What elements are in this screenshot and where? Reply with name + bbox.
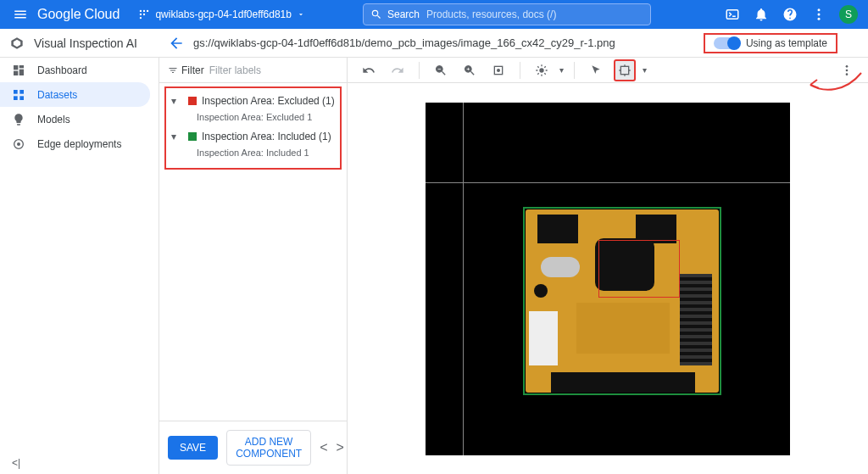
swatch-icon xyxy=(188,97,197,105)
cloud-shell-icon[interactable] xyxy=(724,6,741,23)
svg-point-3 xyxy=(140,14,142,15)
sidebar-item-dashboard[interactable]: Dashboard xyxy=(0,58,159,82)
box-tool-dropdown-icon[interactable]: ▾ xyxy=(643,65,647,75)
sidebar-item-models[interactable]: Models xyxy=(0,107,159,131)
sidebar-item-label: Edge deployments xyxy=(37,138,121,150)
svg-point-9 xyxy=(818,18,821,20)
search-placeholder: Products, resources, docs (/) xyxy=(426,8,556,20)
product-icon xyxy=(8,35,25,52)
menu-icon[interactable] xyxy=(10,4,31,25)
zoom-in-button[interactable] xyxy=(459,59,481,81)
svg-rect-15 xyxy=(19,90,24,94)
brightness-dropdown-icon[interactable]: ▾ xyxy=(559,65,564,75)
save-button[interactable]: SAVE xyxy=(168,436,218,460)
svg-point-24 xyxy=(846,65,849,68)
svg-point-5 xyxy=(140,17,142,19)
svg-point-2 xyxy=(147,10,148,12)
label-tree: ▾ Inspection Area: Excluded (1) Inspecti… xyxy=(164,86,342,170)
sidebar-item-edge[interactable]: Edge deployments xyxy=(0,131,159,156)
next-image-button[interactable]: > xyxy=(336,440,343,455)
filter-placeholder: Filter labels xyxy=(209,64,261,76)
undo-button[interactable] xyxy=(358,59,380,81)
svg-point-21 xyxy=(498,69,500,71)
back-button[interactable] xyxy=(168,35,185,52)
sidebar: Dashboard Datasets Models Edge deploymen… xyxy=(0,58,159,474)
box-tool[interactable] xyxy=(614,59,636,81)
svg-rect-6 xyxy=(726,10,738,20)
svg-rect-10 xyxy=(14,65,18,70)
brand-suffix: Cloud xyxy=(85,7,120,22)
caret-down-icon: ▾ xyxy=(171,95,183,107)
project-name: qwiklabs-gcp-04-1df0eff6d81b xyxy=(155,8,292,20)
models-icon xyxy=(12,113,29,126)
top-header: Google Cloud qwiklabs-gcp-04-1df0eff6d81… xyxy=(0,0,868,29)
svg-point-0 xyxy=(140,10,142,12)
brand-logo[interactable]: Google Cloud xyxy=(37,7,120,22)
pointer-tool[interactable] xyxy=(585,59,607,81)
annotation-arrow-icon xyxy=(804,70,863,100)
sidebar-item-label: Models xyxy=(37,114,70,125)
prev-image-button[interactable]: < xyxy=(320,440,327,455)
fit-button[interactable] xyxy=(487,59,509,81)
toggle-label: Using as template xyxy=(746,37,827,49)
template-toggle[interactable]: Using as template xyxy=(704,33,837,53)
grid-line xyxy=(463,103,464,455)
sidebar-item-label: Datasets xyxy=(37,89,77,101)
product-label: Visual Inspection AI xyxy=(34,36,137,50)
svg-rect-17 xyxy=(19,96,24,100)
datasets-icon xyxy=(12,88,29,102)
caret-down-icon: ▾ xyxy=(171,131,183,142)
excluded-area-box[interactable] xyxy=(598,240,680,298)
svg-point-4 xyxy=(143,14,145,15)
labels-panel: Filter Filter labels ▾ Inspection Area: … xyxy=(159,58,348,474)
editor-toolbar: ▾ ▾ xyxy=(348,58,868,83)
brand-prefix: Google xyxy=(37,7,81,22)
svg-point-7 xyxy=(818,8,821,11)
image-viewport[interactable] xyxy=(348,83,868,474)
label-item-excluded-1[interactable]: Inspection Area: Excluded 1 xyxy=(171,107,335,124)
filter-icon xyxy=(168,65,178,75)
edge-icon xyxy=(12,137,29,151)
svg-rect-23 xyxy=(620,66,628,74)
project-selector[interactable]: qwiklabs-gcp-04-1df0eff6d81b xyxy=(131,5,312,24)
svg-rect-12 xyxy=(19,69,24,75)
grid-line xyxy=(426,182,790,183)
canvas-area: ▾ ▾ xyxy=(348,58,868,474)
sidebar-item-datasets[interactable]: Datasets xyxy=(0,82,150,107)
labels-filter[interactable]: Filter Filter labels xyxy=(159,58,347,83)
label-group-excluded[interactable]: ▾ Inspection Area: Excluded (1) xyxy=(171,95,335,107)
label-group-title: Inspection Area: Included (1) xyxy=(202,131,331,142)
more-icon[interactable] xyxy=(810,6,827,23)
project-icon xyxy=(138,8,150,20)
svg-rect-14 xyxy=(14,90,18,94)
image-stage xyxy=(426,103,790,455)
label-group-included[interactable]: ▾ Inspection Area: Included (1) xyxy=(171,131,335,142)
add-component-button[interactable]: ADD NEW COMPONENT xyxy=(226,430,311,466)
svg-rect-11 xyxy=(19,65,24,68)
included-area-box[interactable] xyxy=(523,207,721,395)
chevron-down-icon xyxy=(297,10,305,19)
labels-footer: SAVE ADD NEW COMPONENT < > xyxy=(159,421,347,474)
notifications-icon[interactable] xyxy=(753,6,770,23)
svg-point-8 xyxy=(818,14,821,16)
zoom-out-button[interactable] xyxy=(430,59,452,81)
pager: < > xyxy=(320,440,344,455)
product-title: Visual Inspection AI xyxy=(0,35,159,52)
svg-point-18 xyxy=(17,142,20,146)
avatar[interactable]: S xyxy=(839,5,858,24)
label-group-title: Inspection Area: Excluded (1) xyxy=(202,95,335,107)
brightness-button[interactable] xyxy=(531,59,553,81)
sidebar-item-label: Dashboard xyxy=(37,64,87,76)
dashboard-icon xyxy=(12,64,29,77)
redo-button[interactable] xyxy=(387,59,409,81)
svg-rect-13 xyxy=(14,70,18,75)
subheader: Visual Inspection AI gs://qwiklabs-gcp-0… xyxy=(0,29,868,58)
search-label: Search xyxy=(387,8,420,20)
search-input[interactable]: Search Products, resources, docs (/) xyxy=(363,3,651,25)
help-icon[interactable] xyxy=(782,6,798,23)
svg-rect-16 xyxy=(14,96,18,100)
filter-label: Filter xyxy=(181,64,204,76)
swatch-icon xyxy=(188,132,197,141)
collapse-sidebar[interactable]: <| xyxy=(0,452,159,474)
label-item-included-1[interactable]: Inspection Area: Included 1 xyxy=(171,142,335,159)
